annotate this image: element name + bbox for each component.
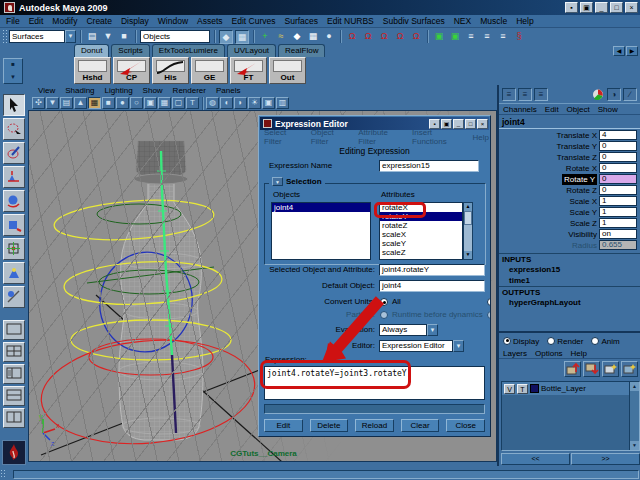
field-chart-icon[interactable]: ▦ [158,97,171,109]
isolate-icon[interactable]: ▣ [262,97,275,109]
layer-type-toggle[interactable]: T [517,384,528,394]
manipulator-mode-icon[interactable]: ∕ [623,88,637,101]
input-node[interactable]: expression15 [499,264,640,275]
select-tool-button[interactable] [3,94,25,116]
layer-menu-help[interactable]: Help [571,349,587,358]
channel-value-field[interactable]: 0 [599,152,637,162]
snap-magnet2-icon[interactable]: Ω [377,30,391,44]
attributes-list[interactable]: rotateX rotateY rotateZ scaleX scaleY sc… [379,202,463,260]
lock-camera-icon[interactable]: ▼ [46,97,59,109]
channel-row[interactable]: Rotate Z 0 [499,185,640,196]
new-empty-layer-icon[interactable] [602,361,619,377]
camera-attrs-icon[interactable]: ▤ [60,97,73,109]
attribute-item[interactable]: rotateX [380,203,462,212]
collapse-icon[interactable]: ▼ [272,177,283,186]
shelf-tab-realflow[interactable]: RealFlow [278,44,325,57]
objects-list[interactable]: joint4 [271,202,371,260]
cb-menu-channels[interactable]: Channels [503,105,537,114]
close-icon[interactable]: × [625,2,638,13]
show-line-icon[interactable]: § [512,30,526,44]
menu-edit-nurbs[interactable]: Edit NURBS [327,16,374,26]
channel-row[interactable]: Translate Y 0 [499,141,640,152]
panel-menu-shading[interactable]: Shading [65,86,94,95]
channel-value-field[interactable]: on [599,229,637,239]
menu-display[interactable]: Display [121,16,149,26]
scroll-down-icon[interactable]: ▼ [630,441,639,450]
convert-units-all-radio[interactable] [380,298,388,306]
snap-magnet-icon[interactable]: Ω [361,30,375,44]
close-icon[interactable]: × [477,119,488,129]
scale-tool-button[interactable] [3,214,25,236]
image-plane-icon[interactable]: ▦ [88,97,101,109]
channel-row[interactable]: Scale Y 1 [499,207,640,218]
menu-edit-curves[interactable]: Edit Curves [232,16,276,26]
layer-visible-toggle[interactable]: V [504,384,515,394]
expression-name-field[interactable]: expression15 [379,160,479,172]
channel-row[interactable]: Visibility on [499,229,640,240]
menu-set-selector[interactable]: Surfaces ▼ [9,30,76,43]
maximize-icon[interactable]: □ [465,119,476,129]
object-item[interactable]: joint4 [272,203,370,212]
layer-menu-options[interactable]: Options [535,349,563,358]
radio-display[interactable]: Display [503,337,539,346]
view-grid-icon[interactable]: ■ [102,97,115,109]
shelf-item-hshd[interactable]: Hshd [74,57,111,84]
channel-row[interactable]: Translate Z 0 [499,152,640,163]
menu-surfaces[interactable]: Surfaces [284,16,318,26]
clear-button[interactable]: Clear [401,419,440,432]
menu-subdiv-surfaces[interactable]: Subdiv Surfaces [383,16,445,26]
select-hierarchy-icon[interactable]: ◆ [219,30,233,44]
layout-hypergraph-button[interactable] [3,408,25,428]
evaluation-dropdown[interactable]: Always ▼ [379,324,438,336]
textured-icon[interactable]: ◗ [234,97,247,109]
prev-layout-button[interactable]: << [501,453,570,465]
open-scene-icon[interactable]: ▼ [101,30,115,44]
shelf-scroll-left-icon[interactable]: ◀ [613,46,625,56]
channel-value-field[interactable]: 4 [599,130,637,140]
layout-single-pane-button[interactable] [3,320,25,340]
cb-menu-edit[interactable]: Edit [545,105,559,114]
menu-assets[interactable]: Assets [197,16,223,26]
select-camera-icon[interactable]: ✣ [32,97,45,109]
channel-row[interactable]: Scale Z 1 [499,218,640,229]
wireframe-icon[interactable]: ◍ [206,97,219,109]
reload-button[interactable]: Reload [355,419,394,432]
make-live-icon[interactable]: ● [322,30,336,44]
panel-menu-lighting[interactable]: Lighting [105,86,133,95]
render-settings-icon[interactable]: ≡ [464,30,478,44]
speed-toggle-icon[interactable]: ◑ [607,88,621,101]
radio-anim[interactable]: Anim [591,337,619,346]
shelf-tab-scripts[interactable]: Scripts [111,44,149,57]
snap-magnet3-icon[interactable]: Ω [393,30,407,44]
shelf-tab-efxtools[interactable]: EfxToolsLumiere [152,44,225,57]
xray-icon[interactable]: ▥ [276,97,289,109]
show-manipulator-button[interactable] [3,286,25,308]
scroll-down-icon[interactable]: ▼ [464,251,472,259]
edit-button[interactable]: Edit [264,419,303,432]
attribute-item-selected[interactable]: rotateY [380,212,462,221]
new-layer-selected-icon[interactable] [621,361,638,377]
snap-point-icon[interactable]: ◆ [290,30,304,44]
move-layer-up-icon[interactable] [564,361,581,377]
expression-textarea[interactable]: joint4.rotateY=joint3.rotateY; [264,366,485,400]
minimize-icon[interactable]: _ [595,2,608,13]
channel-layout-2-icon[interactable]: ≡ [518,88,532,101]
layout-four-pane-button[interactable] [3,342,25,362]
snap-curve-icon[interactable]: ≈ [274,30,288,44]
shelf-item-his[interactable]: His [152,57,189,84]
layout-split-pane-button[interactable] [3,386,25,406]
channel-value-field[interactable]: 0 [599,163,637,173]
shelf-tab-donut[interactable]: Donut [74,44,109,57]
film-gate-icon[interactable]: ● [116,97,129,109]
channel-row[interactable]: Scale X 1 [499,196,640,207]
layout-icon[interactable]: ▣ [580,2,593,13]
layout-persp-outliner-button[interactable] [3,364,25,384]
channel-layout-1-icon[interactable]: ≡ [502,88,516,101]
layer-color-swatch[interactable] [530,384,539,393]
menu-modify[interactable]: Modify [52,16,77,26]
snap-magnet4-icon[interactable]: Ω [409,30,423,44]
radio-render[interactable]: Render [547,337,583,346]
lights-icon[interactable]: ☀ [248,97,261,109]
close-button[interactable]: Close [446,419,485,432]
menu-create[interactable]: Create [86,16,112,26]
